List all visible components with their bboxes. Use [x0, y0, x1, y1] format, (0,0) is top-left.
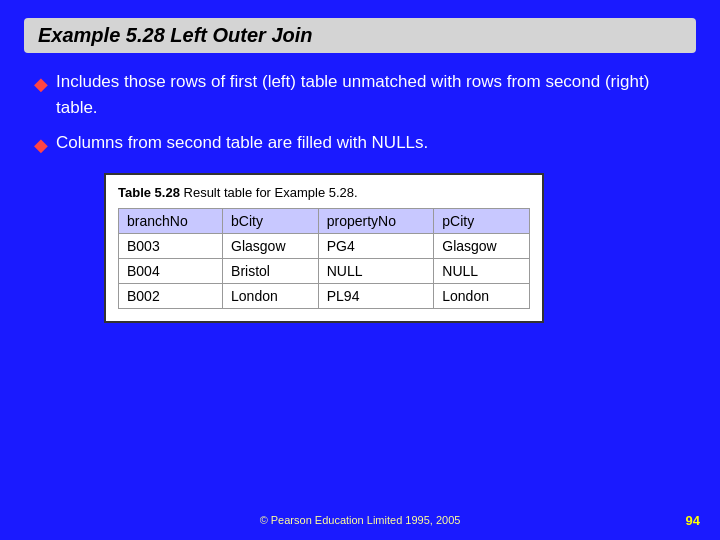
table-row: B002 London PL94 London: [119, 283, 530, 308]
table-caption-bold: Table 5.28: [118, 185, 180, 200]
bullet-text-1: Includes those rows of first (left) tabl…: [56, 69, 686, 122]
table-header-row: branchNo bCity propertyNo pCity: [119, 208, 530, 233]
cell-r1-c3: PG4: [318, 233, 434, 258]
cell-r1-c2: Glasgow: [223, 233, 319, 258]
copyright-text: © Pearson Education Limited 1995, 2005: [260, 514, 461, 526]
data-table: branchNo bCity propertyNo pCity B003 Gla…: [118, 208, 530, 309]
cell-r2-c3: NULL: [318, 258, 434, 283]
title-bar: Example 5.28 Left Outer Join: [24, 18, 696, 53]
slide-title: Example 5.28 Left Outer Join: [38, 24, 313, 46]
table-row: B003 Glasgow PG4 Glasgow: [119, 233, 530, 258]
col-header-bcity: bCity: [223, 208, 319, 233]
cell-r1-c1: B003: [119, 233, 223, 258]
bullet-item-2: ◆ Columns from second table are filled w…: [34, 130, 686, 159]
slide-container: Example 5.28 Left Outer Join ◆ Includes …: [0, 0, 720, 540]
col-header-propertyno: propertyNo: [318, 208, 434, 233]
cell-r3-c4: London: [434, 283, 530, 308]
table-body: B003 Glasgow PG4 Glasgow B004 Bristol NU…: [119, 233, 530, 308]
bullet-diamond-1: ◆: [34, 71, 48, 98]
bullet-text-2: Columns from second table are filled wit…: [56, 130, 428, 156]
page-number: 94: [686, 513, 700, 528]
cell-r3-c3: PL94: [318, 283, 434, 308]
cell-r2-c1: B004: [119, 258, 223, 283]
cell-r2-c4: NULL: [434, 258, 530, 283]
footer: © Pearson Education Limited 1995, 2005: [0, 510, 720, 528]
cell-r3-c1: B002: [119, 283, 223, 308]
bullet-item-1: ◆ Includes those rows of first (left) ta…: [34, 69, 686, 122]
result-table-container: Table 5.28 Result table for Example 5.28…: [104, 173, 544, 323]
col-header-pcity: pCity: [434, 208, 530, 233]
cell-r1-c4: Glasgow: [434, 233, 530, 258]
table-row: B004 Bristol NULL NULL: [119, 258, 530, 283]
cell-r2-c2: Bristol: [223, 258, 319, 283]
col-header-branchno: branchNo: [119, 208, 223, 233]
table-caption-rest: Result table for Example 5.28.: [180, 185, 358, 200]
content-area: ◆ Includes those rows of first (left) ta…: [24, 69, 696, 159]
table-caption: Table 5.28 Result table for Example 5.28…: [118, 185, 530, 200]
bullet-diamond-2: ◆: [34, 132, 48, 159]
cell-r3-c2: London: [223, 283, 319, 308]
